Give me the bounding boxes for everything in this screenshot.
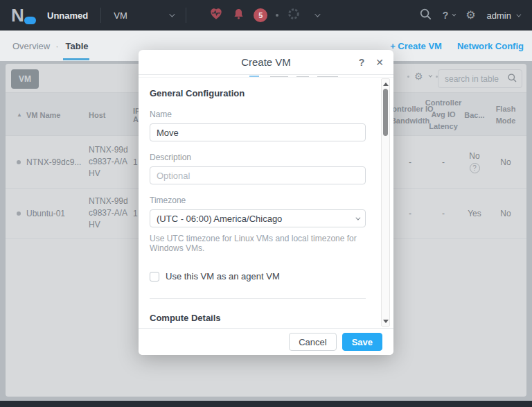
chevron-down-icon	[452, 12, 456, 17]
divider	[186, 8, 186, 23]
entity-selector[interactable]: VM	[114, 10, 163, 21]
bottom-bar	[0, 401, 532, 407]
agent-vm-checkbox[interactable]	[150, 272, 159, 282]
top-header-bar: N Unnamed VM 5	[0, 0, 532, 31]
tab-table-label: Table	[66, 41, 89, 51]
timezone-help-text: Use UTC timezone for Linux VMs and local…	[150, 234, 366, 253]
alert-count-badge[interactable]: 5	[254, 8, 267, 22]
separator-dot: ·	[55, 41, 58, 51]
scroll-down-arrow-icon[interactable]	[382, 317, 389, 325]
chevron-down-icon	[355, 215, 360, 220]
alerts-bell-icon[interactable]	[232, 8, 245, 24]
modal-header: Create VM ? ✕	[139, 50, 393, 75]
section-heading-general: General Configuration	[150, 88, 366, 98]
chevron-down-icon[interactable]	[169, 11, 175, 17]
timezone-select[interactable]: (UTC - 06:00) America/Chicago	[150, 209, 366, 227]
modal-footer: Cancel Save	[139, 328, 393, 355]
description-label: Description	[150, 153, 366, 162]
clipped-scrolled-content	[139, 75, 393, 78]
timezone-value: (UTC - 06:00) America/Chicago	[157, 214, 282, 224]
search-icon[interactable]	[419, 8, 432, 23]
agent-vm-label: Use this VM as an agent VM	[166, 271, 280, 282]
tab-table[interactable]: Table	[64, 32, 90, 60]
logo-badge	[24, 17, 36, 24]
help-label: ?	[443, 10, 449, 21]
modal-help-button[interactable]: ?	[359, 57, 365, 68]
network-config-link[interactable]: Network Config	[457, 41, 524, 51]
scroll-up-arrow-icon[interactable]	[382, 80, 389, 88]
section-divider	[150, 298, 366, 299]
user-menu[interactable]: admin	[487, 10, 520, 21]
logo-n: N	[11, 5, 23, 26]
page: N Unnamed VM 5	[0, 0, 532, 407]
cancel-button[interactable]: Cancel	[289, 333, 336, 351]
name-field[interactable]	[150, 123, 366, 141]
active-tab-underline	[63, 58, 89, 60]
timezone-label: Timezone	[150, 196, 366, 205]
separator-dot	[276, 14, 278, 17]
description-field[interactable]	[150, 166, 366, 184]
tasks-spinner-icon[interactable]	[287, 7, 301, 24]
nutanix-logo[interactable]: N	[11, 5, 37, 26]
modal-title: Create VM	[241, 56, 291, 68]
tab-overview[interactable]: Overview	[12, 41, 50, 51]
modal-scrollbar[interactable]	[381, 78, 390, 327]
chevron-down-icon[interactable]	[314, 11, 320, 17]
help-menu[interactable]: ?	[443, 10, 455, 21]
settings-gear-icon[interactable]: ⚙	[466, 10, 475, 21]
agent-vm-checkbox-row[interactable]: Use this VM as an agent VM	[150, 271, 366, 282]
create-vm-modal: Create VM ? ✕ General Configuration Name…	[139, 50, 393, 355]
name-label: Name	[150, 110, 366, 119]
username: admin	[487, 10, 511, 21]
health-heart-icon[interactable]	[209, 6, 224, 24]
chevron-down-icon	[516, 12, 521, 17]
save-button[interactable]: Save	[342, 333, 382, 351]
modal-body: General Configuration Name Description T…	[139, 78, 393, 328]
cluster-name: Unnamed	[47, 10, 88, 21]
section-heading-compute: Compute Details	[150, 313, 366, 323]
close-icon[interactable]: ✕	[375, 57, 384, 68]
scrollbar-thumb[interactable]	[383, 89, 388, 136]
divider	[100, 8, 101, 23]
create-vm-link[interactable]: + Create VM	[390, 41, 442, 51]
